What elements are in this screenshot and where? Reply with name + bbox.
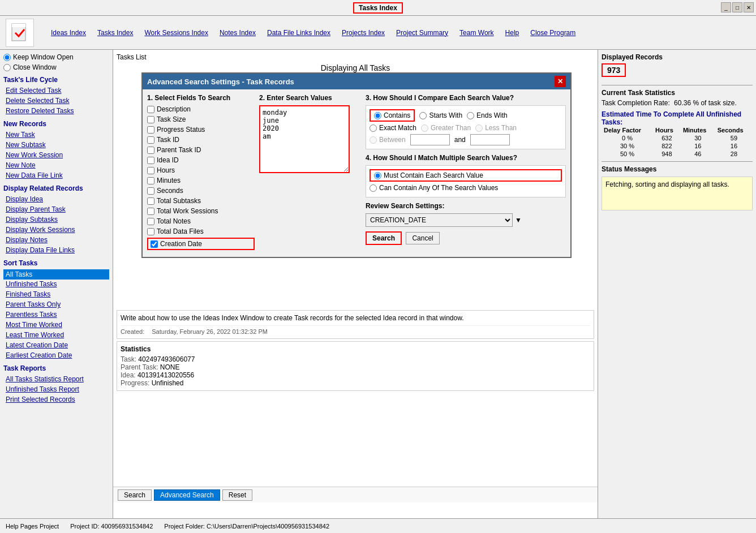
maximize-button[interactable]: □ [732, 2, 742, 12]
seconds-0: 59 [715, 134, 753, 142]
menu-work-sessions-index[interactable]: Work Sessions Index [144, 29, 208, 37]
radio-between-label[interactable]: Between [370, 136, 406, 144]
field-idea-id[interactable]: Idea ID [147, 156, 255, 164]
bottom-search-button[interactable]: Search [118, 489, 152, 501]
sidebar-unfinished-tasks-report[interactable]: Unfinished Tasks Report [3, 385, 109, 394]
sidebar-all-tasks[interactable]: All Tasks [3, 269, 109, 280]
radio-can-contain-any[interactable] [370, 184, 377, 192]
sidebar-print-selected-records[interactable]: Print Selected Records [3, 395, 109, 404]
status-messages-title: Status Messages [602, 165, 753, 173]
stats-table: Delay Factor Hours Minutes Seconds 0 % 6… [602, 126, 753, 158]
field-description[interactable]: Description [147, 105, 255, 113]
radio-contains[interactable] [374, 112, 381, 119]
stats-content: Task: 402497493606077 Parent Task: NONE … [121, 355, 590, 387]
menu-notes-index[interactable]: Notes Index [220, 29, 256, 37]
radio-must-contain-label[interactable]: Must Contain Each Search Value [370, 169, 562, 182]
field-hours[interactable]: Hours [147, 166, 255, 174]
col-seconds: Seconds [715, 126, 753, 134]
menu-help[interactable]: Help [505, 29, 519, 37]
sidebar-unfinished-tasks[interactable]: Unfinished Tasks [3, 280, 109, 289]
close-window-radio[interactable]: Close Window [3, 63, 109, 71]
keep-window-open-radio[interactable]: Keep Window Open [3, 53, 109, 61]
status-message: Fetching, sorting and displaying all tas… [605, 180, 729, 188]
close-window-label: Close Window [13, 63, 57, 71]
field-task-id[interactable]: Task ID [147, 136, 255, 144]
sidebar-new-task[interactable]: New Task [3, 130, 109, 139]
search-values-input[interactable]: monday june 2020 am [259, 105, 350, 173]
field-progress-status[interactable]: Progress Status [147, 126, 255, 134]
sidebar-display-parent-task[interactable]: Display Parent Task [3, 205, 109, 214]
bottom-advanced-search-button[interactable]: Advanced Search [154, 489, 220, 501]
radio-between[interactable] [370, 136, 377, 144]
radio-ends-with-label[interactable]: Ends With [467, 111, 508, 119]
sidebar-display-notes[interactable]: Display Notes [3, 235, 109, 244]
sidebar-new-data-file-link[interactable]: New Data File Link [3, 171, 109, 180]
sidebar-parentless-tasks[interactable]: Parentless Tasks [3, 310, 109, 319]
sidebar-display-subtasks[interactable]: Display Subtasks [3, 215, 109, 224]
field-total-subtasks[interactable]: Total Subtasks [147, 197, 255, 205]
sidebar-edit-selected-task[interactable]: Edit Selected Task [3, 86, 109, 95]
sidebar-latest-creation-date[interactable]: Latest Creation Date [3, 341, 109, 350]
field-seconds[interactable]: Seconds [147, 187, 255, 195]
sidebar-display-data-file-links[interactable]: Display Data File Links [3, 246, 109, 255]
menu-projects-index[interactable]: Projects Index [342, 29, 385, 37]
sidebar-display-work-sessions[interactable]: Display Work Sessions [3, 225, 109, 234]
radio-greater-than[interactable] [421, 124, 428, 132]
field-parent-task-id[interactable]: Parent Task ID [147, 146, 255, 154]
sidebar-restore-deleted-tasks[interactable]: Restore Deleted Tasks [3, 106, 109, 115]
field-total-data-files[interactable]: Total Data Files [147, 227, 255, 235]
tasks-list-title: Displaying All Tasks [117, 63, 594, 72]
sidebar-display-idea[interactable]: Display Idea [3, 195, 109, 204]
sidebar-least-time-worked[interactable]: Least Time Worked [3, 330, 109, 339]
field-creation-date[interactable]: Creation Date [147, 238, 255, 250]
dropdown-arrow-icon: ▼ [515, 216, 522, 224]
menu-team-work[interactable]: Team Work [459, 29, 493, 37]
radio-must-contain[interactable] [374, 172, 381, 179]
sidebar-delete-selected-task[interactable]: Delete Selected Task [3, 96, 109, 105]
menu-close-program[interactable]: Close Program [530, 29, 575, 37]
radio-less-than[interactable] [475, 124, 483, 132]
review-dropdown[interactable]: CREATION_DATE DESCRIPTION TASK_SIZE PROG… [366, 213, 513, 227]
radio-can-contain-any-label[interactable]: Can Contain Any Of The Search Values [370, 184, 498, 192]
modal-cancel-button[interactable]: Cancel [406, 232, 439, 244]
seconds-2: 28 [715, 150, 753, 158]
radio-less-than-label[interactable]: Less Than [475, 124, 517, 132]
between-from-input[interactable] [410, 134, 450, 145]
menu-ideas-index[interactable]: Ideas Index [51, 29, 86, 37]
radio-ends-with[interactable] [467, 112, 474, 119]
delay-2: 50 % [602, 150, 653, 158]
compare-row3: Between and [370, 134, 562, 145]
modal-col1: 1. Select Fields To Search Description T… [147, 94, 255, 252]
minimize-button[interactable]: _ [721, 2, 731, 12]
sidebar-most-time-worked[interactable]: Most Time Worked [3, 320, 109, 329]
menu-project-summary[interactable]: Project Summary [396, 29, 448, 37]
sidebar-parent-tasks-only[interactable]: Parent Tasks Only [3, 300, 109, 309]
modal-search-button[interactable]: Search [366, 231, 402, 245]
sidebar-new-work-session[interactable]: New Work Session [3, 151, 109, 160]
sidebar-new-note[interactable]: New Note [3, 161, 109, 170]
sidebar-finished-tasks[interactable]: Finished Tasks [3, 290, 109, 299]
field-minutes[interactable]: Minutes [147, 177, 255, 184]
stats-row-1: 30 % 822 16 16 [602, 142, 753, 150]
keep-window-open-label: Keep Window Open [13, 53, 74, 61]
radio-greater-than-label[interactable]: Greater Than [421, 124, 471, 132]
radio-exact-match[interactable] [370, 124, 377, 132]
sidebar-new-subtask[interactable]: New Subtask [3, 140, 109, 149]
hours-0: 632 [653, 134, 681, 142]
radio-contains-label[interactable]: Contains [370, 109, 415, 122]
field-total-work-sessions[interactable]: Total Work Sessions [147, 207, 255, 215]
radio-starts-with-label[interactable]: Starts With [419, 111, 462, 119]
field-total-notes[interactable]: Total Notes [147, 217, 255, 225]
menu-data-file-links-index[interactable]: Data File Links Index [267, 29, 330, 37]
modal-close-button[interactable]: ✕ [555, 76, 566, 87]
close-button[interactable]: ✕ [744, 2, 754, 12]
menu-tasks-index[interactable]: Tasks Index [97, 29, 133, 37]
sidebar-all-tasks-statistics-report[interactable]: All Tasks Statistics Report [3, 375, 109, 384]
sidebar-earliest-creation-date[interactable]: Earliest Creation Date [3, 351, 109, 360]
radio-exact-match-label[interactable]: Exact Match [370, 124, 416, 132]
bottom-reset-button[interactable]: Reset [222, 489, 252, 501]
col-delay-factor: Delay Factor [602, 126, 653, 134]
field-task-size[interactable]: Task Size [147, 115, 255, 123]
between-to-input[interactable] [470, 134, 510, 145]
radio-starts-with[interactable] [419, 112, 427, 119]
